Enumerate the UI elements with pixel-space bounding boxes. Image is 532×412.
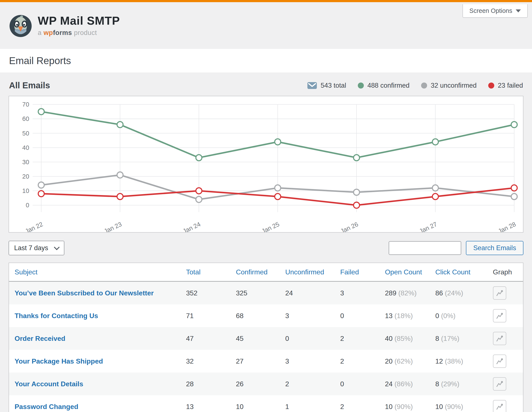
column-header-subject[interactable]: Subject — [9, 263, 186, 282]
sort-link-failed[interactable]: Failed — [340, 268, 359, 276]
open-count-cell: 13 (18%) — [385, 304, 435, 327]
click-count-cell: 10 (90%) — [435, 395, 493, 412]
series-unconfirmed-marker — [117, 172, 123, 178]
table-row: Your Package Has Shipped32273220 (62%)12… — [9, 350, 523, 373]
search-input[interactable] — [389, 241, 461, 255]
subject-cell: You’ve Been Subscribed to Our Newsletter — [9, 282, 186, 305]
confirmed-dot-icon — [358, 82, 364, 89]
column-header-click-count[interactable]: Click Count — [435, 263, 493, 282]
total-cell: 352 — [186, 282, 236, 305]
click-count-cell: 12 (38%) — [435, 350, 493, 373]
date-range-select[interactable]: Last 7 days — [9, 241, 64, 255]
screen-options-label: Screen Options — [469, 7, 512, 14]
mini-line-chart-icon — [496, 357, 503, 365]
open-count-cell: 20 (62%) — [385, 350, 435, 373]
table-row: Order Received47450240 (85%)8 (17%) — [9, 327, 523, 350]
chevron-down-icon — [54, 244, 60, 250]
subject-link[interactable]: You’ve Been Subscribed to Our Newsletter — [15, 289, 154, 297]
row-graph-button[interactable] — [493, 286, 506, 300]
email-reports-table: SubjectTotalConfirmedUnconfirmedFailedOp… — [9, 263, 523, 412]
click-count-cell: 8 (29%) — [435, 373, 493, 395]
unconfirmed-cell: 0 — [285, 327, 340, 350]
caret-down-icon — [516, 9, 521, 12]
x-axis-tick-label: Jan 28 — [497, 220, 517, 232]
row-graph-button[interactable] — [493, 400, 506, 412]
total-cell: 47 — [186, 327, 236, 350]
graph-cell — [493, 304, 523, 327]
click-count-cell: 0 (0%) — [435, 304, 493, 327]
failed-cell: 2 — [340, 350, 385, 373]
screen-options-button[interactable]: Screen Options — [463, 4, 528, 18]
legend-item-unconfirmed: 32 unconfirmed — [421, 82, 477, 89]
y-axis-tick-label: 70 — [22, 101, 29, 108]
sort-link-click-count[interactable]: Click Count — [435, 268, 470, 276]
subject-link[interactable]: Password Changed — [15, 403, 78, 411]
series-failed-marker — [38, 191, 44, 197]
unconfirmed-cell: 1 — [285, 395, 340, 412]
legend-item-failed: 23 failed — [488, 82, 523, 89]
total-cell: 71 — [186, 304, 236, 327]
column-header-unconfirmed[interactable]: Unconfirmed — [285, 263, 340, 282]
legend-label-unconfirmed: 32 unconfirmed — [431, 82, 477, 89]
column-header-failed[interactable]: Failed — [340, 263, 385, 282]
graph-cell — [493, 373, 523, 395]
unconfirmed-dot-icon — [421, 82, 427, 89]
column-header-confirmed[interactable]: Confirmed — [236, 263, 285, 282]
subject-cell: Your Account Details — [9, 373, 186, 395]
row-graph-button[interactable] — [493, 355, 506, 368]
column-header-total[interactable]: Total — [186, 263, 236, 282]
app-tagline: a wpforms product — [38, 29, 120, 37]
open-count-cell: 10 (90%) — [385, 395, 435, 412]
y-axis-tick-label: 40 — [22, 144, 29, 151]
column-header-open-count[interactable]: Open Count — [385, 263, 435, 282]
sort-link-open-count[interactable]: Open Count — [385, 268, 422, 276]
confirmed-cell: 325 — [236, 282, 285, 305]
graph-cell — [493, 282, 523, 305]
graph-cell — [493, 395, 523, 412]
column-header-graph: Graph — [493, 263, 523, 282]
subject-link[interactable]: Your Package Has Shipped — [15, 357, 103, 365]
mini-line-chart-icon — [496, 335, 503, 342]
failed-cell: 0 — [340, 304, 385, 327]
confirmed-cell: 27 — [236, 350, 285, 373]
search-emails-button[interactable]: Search Emails — [466, 241, 523, 255]
top-accent-bar — [0, 0, 532, 2]
row-graph-button[interactable] — [493, 377, 506, 391]
total-cell: 13 — [186, 395, 236, 412]
table-row: Thanks for Contacting Us71683013 (18%)0 … — [9, 304, 523, 327]
series-unconfirmed-marker — [38, 182, 44, 188]
open-count-cell: 289 (82%) — [385, 282, 435, 305]
sort-link-confirmed[interactable]: Confirmed — [236, 268, 268, 276]
x-axis-tick-label: Jan 24 — [182, 220, 202, 232]
all-emails-chart: 010203040506070Jan 22Jan 23Jan 24Jan 25J… — [9, 96, 523, 232]
subject-link[interactable]: Order Received — [15, 335, 66, 342]
click-count-cell: 8 (17%) — [435, 327, 493, 350]
subject-link[interactable]: Thanks for Contacting Us — [15, 312, 98, 320]
sort-link-total[interactable]: Total — [186, 268, 200, 276]
mini-line-chart-icon — [496, 380, 503, 388]
subject-link[interactable]: Your Account Details — [15, 380, 83, 388]
subject-cell: Password Changed — [9, 395, 186, 412]
y-axis-tick-label: 0 — [26, 202, 29, 209]
table-controls: Last 7 days Search Emails — [9, 241, 523, 255]
failed-cell: 2 — [340, 395, 385, 412]
y-axis-tick-label: 60 — [22, 115, 29, 122]
y-axis-tick-label: 20 — [22, 173, 29, 180]
app-header: WP Mail SMTP a wpforms product Screen Op… — [0, 2, 532, 49]
series-unconfirmed-marker — [353, 189, 360, 195]
x-axis-tick-label: Jan 27 — [418, 220, 438, 232]
row-graph-button[interactable] — [493, 332, 506, 345]
chart-legend: 543 total 488 confirmed 32 unconfirmed 2… — [307, 82, 523, 89]
all-emails-title: All Emails — [9, 81, 50, 90]
y-axis-tick-label: 30 — [22, 159, 29, 165]
row-graph-button[interactable] — [493, 309, 506, 322]
failed-cell: 3 — [340, 282, 385, 305]
open-count-cell: 40 (85%) — [385, 327, 435, 350]
subject-cell: Thanks for Contacting Us — [9, 304, 186, 327]
series-unconfirmed-marker — [196, 196, 202, 202]
sort-link-unconfirmed[interactable]: Unconfirmed — [285, 268, 324, 276]
mini-line-chart-icon — [496, 289, 503, 297]
series-confirmed-marker — [275, 139, 281, 145]
sort-link-subject[interactable]: Subject — [15, 268, 38, 276]
series-failed-marker — [196, 188, 202, 194]
